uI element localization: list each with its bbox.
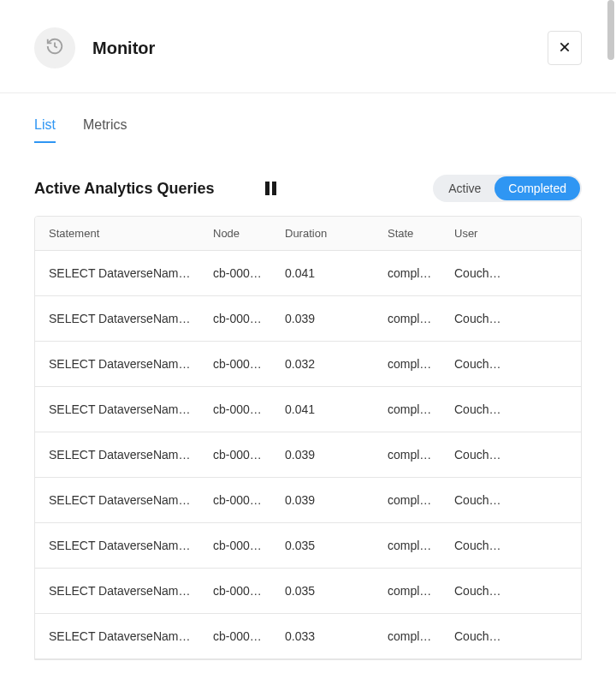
cell-node: cb-000… — [199, 478, 271, 522]
cell-state: comple… — [374, 569, 441, 613]
history-icon — [45, 37, 64, 59]
cell-state: comple… — [374, 251, 441, 295]
cell-statement: SELECT DataverseName… — [35, 614, 199, 658]
section-header: Active Analytics Queries Active Complete… — [34, 175, 582, 202]
table-row[interactable]: SELECT DataverseName…cb-000…0.039comple…… — [35, 478, 581, 523]
toggle-completed[interactable]: Completed — [495, 176, 580, 200]
page-header: Monitor — [0, 0, 616, 92]
table-row[interactable]: SELECT DataverseName…cb-000…0.035comple…… — [35, 569, 581, 614]
table-row[interactable]: SELECT DataverseName…cb-000…0.039comple…… — [35, 432, 581, 478]
cell-state: comple… — [374, 478, 441, 522]
filter-toggle: Active Completed — [433, 175, 582, 202]
cell-user: Couchba… — [441, 387, 512, 432]
section-center — [214, 182, 433, 195]
cell-duration: 0.039 — [271, 478, 374, 522]
col-header-node[interactable]: Node — [199, 217, 271, 250]
cell-user: Couchba… — [441, 251, 512, 295]
cell-statement: SELECT DataverseName… — [35, 523, 199, 568]
cell-statement: SELECT DataverseName… — [35, 387, 199, 432]
close-button[interactable] — [548, 31, 582, 65]
col-header-duration[interactable]: Duration — [271, 217, 374, 250]
cell-state: comple… — [374, 432, 441, 477]
section-title: Active Analytics Queries — [34, 180, 214, 198]
toggle-active[interactable]: Active — [435, 176, 495, 200]
cell-statement: SELECT DataverseName… — [35, 251, 199, 295]
scrollbar[interactable] — [606, 0, 614, 685]
cell-node: cb-000… — [199, 342, 271, 386]
cell-duration: 0.039 — [271, 296, 374, 341]
header-left: Monitor — [34, 27, 155, 68]
cell-statement: SELECT DataverseName… — [35, 296, 199, 341]
cell-duration: 0.032 — [271, 342, 374, 386]
cell-state: comple… — [374, 342, 441, 386]
cell-node: cb-000… — [199, 432, 271, 477]
cell-duration: 0.041 — [271, 251, 374, 295]
queries-table: Statement Node Duration State User SELEC… — [34, 216, 582, 660]
scrollbar-thumb[interactable] — [607, 0, 614, 60]
pause-bar-right — [272, 182, 276, 195]
cell-statement: SELECT DataverseName… — [35, 478, 199, 522]
pause-button[interactable] — [265, 182, 276, 195]
col-header-state[interactable]: State — [374, 217, 441, 250]
table-header-row: Statement Node Duration State User — [35, 217, 581, 251]
col-header-user[interactable]: User — [441, 217, 512, 250]
cell-user: Couchba… — [441, 569, 512, 613]
cell-node: cb-000… — [199, 523, 271, 568]
cell-user: Couchba… — [441, 523, 512, 568]
cell-duration: 0.035 — [271, 523, 374, 568]
table-row[interactable]: SELECT DataverseName…cb-000…0.033comple…… — [35, 614, 581, 659]
cell-duration: 0.035 — [271, 569, 374, 613]
cell-duration: 0.041 — [271, 387, 374, 432]
tab-list[interactable]: List — [34, 117, 56, 143]
col-header-statement[interactable]: Statement — [35, 217, 199, 250]
cell-duration: 0.039 — [271, 432, 374, 477]
cell-node: cb-000… — [199, 251, 271, 295]
cell-user: Couchba… — [441, 432, 512, 477]
cell-state: comple… — [374, 387, 441, 432]
table-row[interactable]: SELECT DataverseName…cb-000…0.041comple…… — [35, 387, 581, 432]
table-row[interactable]: SELECT DataverseName…cb-000…0.035comple…… — [35, 523, 581, 569]
cell-user: Couchba… — [441, 342, 512, 386]
cell-node: cb-000… — [199, 387, 271, 432]
tab-metrics[interactable]: Metrics — [83, 117, 127, 143]
content: List Metrics Active Analytics Queries Ac… — [0, 117, 616, 660]
cell-node: cb-000… — [199, 296, 271, 341]
history-icon-circle — [34, 27, 75, 68]
close-icon — [559, 41, 571, 56]
cell-user: Couchba… — [441, 478, 512, 522]
cell-user: Couchba… — [441, 614, 512, 658]
cell-state: comple… — [374, 523, 441, 568]
pause-bar-left — [265, 182, 270, 195]
table-row[interactable]: SELECT DataverseName…cb-000…0.039comple…… — [35, 296, 581, 342]
table-body: SELECT DataverseName…cb-000…0.041comple…… — [35, 251, 581, 659]
cell-state: comple… — [374, 296, 441, 341]
tabs: List Metrics — [34, 117, 582, 144]
table-row[interactable]: SELECT DataverseName…cb-000…0.032comple…… — [35, 342, 581, 387]
cell-duration: 0.033 — [271, 614, 374, 658]
cell-statement: SELECT DataverseName… — [35, 342, 199, 386]
page-title: Monitor — [92, 39, 155, 58]
cell-statement: SELECT DataverseName… — [35, 432, 199, 477]
header-divider — [0, 92, 616, 93]
cell-statement: SELECT DataverseName… — [35, 569, 199, 613]
cell-state: comple… — [374, 614, 441, 658]
cell-node: cb-000… — [199, 569, 271, 613]
table-row[interactable]: SELECT DataverseName…cb-000…0.041comple…… — [35, 251, 581, 296]
cell-user: Couchba… — [441, 296, 512, 341]
cell-node: cb-000… — [199, 614, 271, 658]
